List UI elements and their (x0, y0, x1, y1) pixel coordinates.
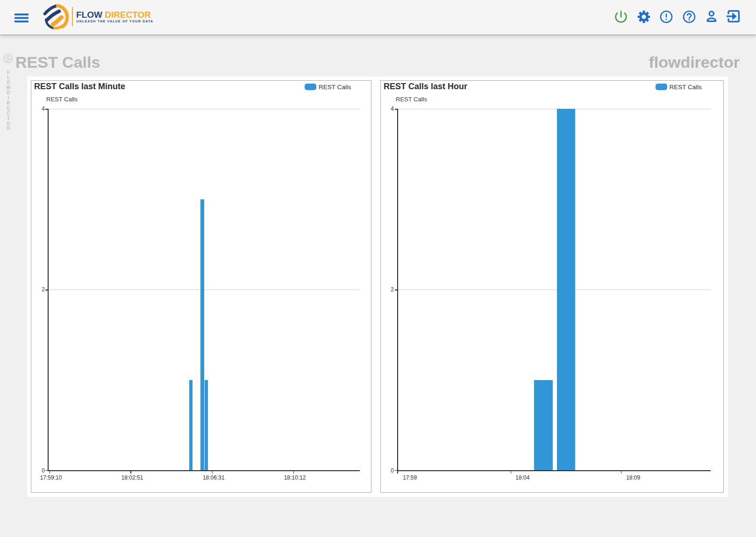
svg-text:FLOW DIRECTOR: FLOW DIRECTOR (76, 10, 151, 20)
svg-text:UNLEASH THE VALUE OF YOUR DATA: UNLEASH THE VALUE OF YOUR DATA (77, 20, 154, 23)
